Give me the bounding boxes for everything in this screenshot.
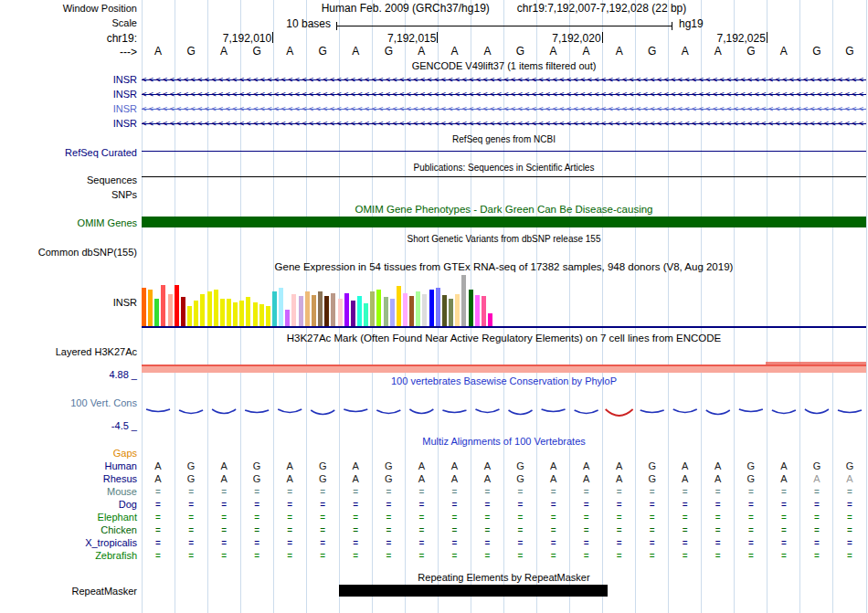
omim-gene-bar[interactable]: [142, 217, 866, 227]
multiz-species-label-dog[interactable]: Dog: [0, 499, 137, 511]
publications-sequence-line[interactable]: [142, 176, 866, 177]
gtex-tissue-bar[interactable]: [312, 295, 316, 326]
gtex-tissue-bar[interactable]: [299, 296, 303, 326]
gencode-transcript-insr[interactable]: <<<<<<<<<<<<<<<<<<<<<<<<<<<<<<<<<<<<<<<<…: [142, 73, 866, 86]
gtex-tissue-bar[interactable]: [175, 285, 179, 326]
refseq-gene-line[interactable]: [142, 151, 866, 152]
align-gap-symbol: =: [735, 499, 767, 511]
gtex-tissue-bar[interactable]: [390, 299, 395, 326]
gtex-tissue-bar[interactable]: [357, 296, 362, 326]
track-label-insr-4[interactable]: INSR: [0, 118, 137, 130]
gtex-tissue-bar[interactable]: [200, 294, 205, 326]
gtex-tissue-bar[interactable]: [384, 297, 388, 326]
track-label-sequences[interactable]: Sequences: [0, 174, 137, 186]
track-label-insr-3[interactable]: INSR: [0, 103, 137, 115]
track-label-refseq-curated[interactable]: RefSeq Curated: [0, 147, 137, 159]
align-gap-symbol: =: [504, 486, 537, 498]
align-gap-symbol: =: [471, 524, 503, 536]
gtex-tissue-bar[interactable]: [291, 294, 296, 326]
gtex-tissue-bar[interactable]: [351, 301, 355, 326]
gtex-tissue-bar[interactable]: [482, 296, 486, 326]
gtex-tissue-bar[interactable]: [338, 299, 343, 326]
gtex-tissue-bar[interactable]: [409, 296, 414, 326]
gtex-tissue-bar[interactable]: [324, 296, 329, 326]
h3k27ac-signal-fill[interactable]: [142, 366, 866, 373]
gencode-transcript-insr[interactable]: <<<<<<<<<<<<<<<<<<<<<<<<<<<<<<<<<<<<<<<<…: [142, 88, 866, 100]
align-gap-symbol: =: [175, 512, 207, 523]
track-label-100-vert-cons[interactable]: 100 Vert. Cons: [0, 397, 137, 409]
track-label-layered-h3k27ac[interactable]: Layered H3K27Ac: [0, 346, 137, 358]
gtex-tissue-bar[interactable]: [376, 290, 381, 326]
multiz-species-label-x_tropicalis[interactable]: X_tropicalis: [0, 537, 137, 549]
align-gap-symbol: =: [800, 537, 833, 549]
track-label-repeatmasker[interactable]: RepeatMasker: [0, 586, 137, 597]
gtex-tissue-bar[interactable]: [220, 299, 225, 326]
gtex-tissue-bar[interactable]: [246, 297, 250, 326]
gtex-tissue-bar[interactable]: [403, 293, 408, 326]
gtex-tissue-bar[interactable]: [436, 288, 440, 326]
gtex-tissue-bar[interactable]: [305, 291, 310, 326]
track-label-gtex-insr[interactable]: INSR: [0, 297, 137, 309]
gtex-tissue-bar[interactable]: [455, 294, 460, 326]
gtex-tissue-bar[interactable]: [397, 286, 401, 326]
align-gap-symbol: =: [339, 512, 372, 523]
repeatmasker-element-bar[interactable]: [339, 585, 608, 597]
multiz-species-label-elephant[interactable]: Elephant: [0, 512, 137, 523]
gtex-tissue-bar[interactable]: [364, 303, 368, 326]
multiz-species-label-gaps[interactable]: Gaps: [0, 448, 137, 460]
gtex-tissue-bar[interactable]: [187, 306, 192, 326]
gtex-tissue-bar[interactable]: [142, 288, 146, 326]
gtex-tissue-bar[interactable]: [469, 290, 473, 326]
multiz-species-label-zebrafish[interactable]: Zebrafish: [0, 550, 137, 562]
gtex-tissue-bar[interactable]: [233, 302, 238, 326]
gtex-tissue-bar[interactable]: [214, 290, 218, 326]
scale-bar-tick-left: [336, 22, 337, 30]
gtex-tissue-bar[interactable]: [370, 291, 375, 326]
gtex-tissue-bar[interactable]: [318, 291, 323, 326]
phylop-plot[interactable]: [142, 387, 866, 428]
gencode-transcript-insr[interactable]: <<<<<<<<<<<<<<<<<<<<<<<<<<<<<<<<<<<<<<<<…: [142, 117, 866, 130]
gtex-tissue-bar[interactable]: [488, 313, 492, 326]
gtex-tissue-bar[interactable]: [253, 302, 258, 326]
align-gap-symbol: =: [702, 537, 735, 549]
scale-bar-tick-right: [672, 22, 672, 30]
gtex-tissue-bar[interactable]: [449, 299, 453, 326]
track-label-snps[interactable]: SNPs: [0, 189, 137, 201]
genome-text: hg19: [679, 17, 704, 30]
gtex-tissue-bar[interactable]: [266, 306, 270, 326]
gtex-tissue-bar[interactable]: [259, 304, 264, 326]
track-label-common-dbsnp[interactable]: Common dbSNP(155): [0, 247, 137, 259]
gtex-tissue-bar[interactable]: [154, 299, 159, 326]
gtex-tissue-bar[interactable]: [331, 293, 335, 326]
multiz-species-label-mouse[interactable]: Mouse: [0, 486, 137, 498]
gtex-tissue-bar[interactable]: [461, 275, 466, 326]
gtex-tissue-bar[interactable]: [442, 295, 447, 326]
gtex-tissue-bar[interactable]: [161, 285, 165, 326]
gtex-tissue-bar[interactable]: [239, 301, 244, 326]
align-base: G: [240, 460, 273, 472]
gtex-tissue-bar[interactable]: [285, 310, 290, 326]
gtex-tissue-bar[interactable]: [168, 294, 173, 326]
gtex-tissue-bar[interactable]: [422, 294, 427, 326]
multiz-species-label-chicken[interactable]: Chicken: [0, 524, 137, 536]
track-label-insr-1[interactable]: INSR: [0, 74, 137, 86]
gtex-tissue-bar[interactable]: [272, 291, 277, 326]
gtex-tissue-bar[interactable]: [416, 291, 420, 326]
track-label-insr-2[interactable]: INSR: [0, 89, 137, 100]
multiz-species-label-human[interactable]: Human: [0, 460, 137, 472]
multiz-species-label-rhesus[interactable]: Rhesus: [0, 473, 137, 485]
gtex-tissue-bar[interactable]: [148, 290, 153, 326]
gtex-tissue-bar[interactable]: [344, 293, 349, 326]
track-label-omim-genes[interactable]: OMIM Genes: [0, 217, 137, 229]
gtex-tissue-bar[interactable]: [227, 299, 231, 326]
h3k27ac-signal-peak[interactable]: [766, 362, 866, 366]
gtex-tissue-bar[interactable]: [279, 288, 283, 326]
gtex-tissue-bar[interactable]: [429, 290, 434, 326]
gtex-tissue-bar[interactable]: [207, 291, 212, 326]
gtex-tissue-bar[interactable]: [475, 295, 480, 326]
base-letter: A: [207, 45, 240, 58]
align-gap-symbol: =: [636, 524, 669, 536]
gtex-tissue-bar[interactable]: [194, 301, 198, 326]
gtex-tissue-bar[interactable]: [181, 297, 185, 326]
gencode-transcript-insr[interactable]: <<<<<<<<<<<<<<<<<<<<<<<<<<<<<<<<<<<<<<<<…: [142, 102, 866, 115]
